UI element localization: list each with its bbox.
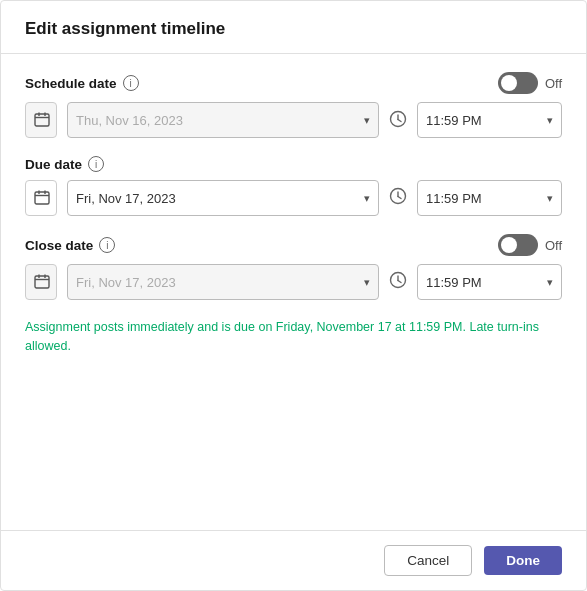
close-info-icon[interactable]: i [99,237,115,253]
schedule-date-label-row: Schedule date i Off [25,72,562,94]
edit-assignment-dialog: Edit assignment timeline Schedule date i… [0,0,587,591]
close-date-label: Close date [25,238,93,253]
due-calendar-icon-wrapper [25,180,57,216]
close-date-chevron-icon: ▾ [364,276,370,289]
dialog-header: Edit assignment timeline [1,1,586,54]
assignment-summary: Assignment posts immediately and is due … [25,318,562,356]
schedule-time-picker[interactable]: 11:59 PM ▾ [417,102,562,138]
svg-line-20 [398,280,401,282]
close-time-value: 11:59 PM [426,275,539,290]
svg-rect-0 [35,114,49,126]
schedule-calendar-icon-wrapper [25,102,57,138]
due-date-label-row: Due date i [25,156,562,172]
close-calendar-icon [34,273,50,292]
due-date-chevron-icon: ▾ [364,192,370,205]
schedule-time-chevron-icon: ▾ [547,114,553,127]
close-toggle-label: Off [545,238,562,253]
schedule-info-icon[interactable]: i [123,75,139,91]
schedule-date-label: Schedule date [25,76,117,91]
due-time-value: 11:59 PM [426,191,539,206]
close-clock-icon [389,271,407,294]
close-time-picker[interactable]: 11:59 PM ▾ [417,264,562,300]
schedule-date-field-row: Thu, Nov 16, 2023 ▾ 11:59 PM ▾ [25,102,562,138]
schedule-toggle-label: Off [545,76,562,91]
svg-rect-7 [35,192,49,204]
due-calendar-icon [34,189,50,208]
schedule-date-chevron-icon: ▾ [364,114,370,127]
schedule-toggle[interactable] [498,72,538,94]
svg-line-6 [398,119,401,121]
schedule-toggle-knob [501,75,517,91]
due-time-chevron-icon: ▾ [547,192,553,205]
schedule-toggle-group: Off [498,72,562,94]
due-date-label: Due date [25,157,82,172]
svg-line-13 [398,196,401,198]
due-info-icon[interactable]: i [88,156,104,172]
svg-rect-14 [35,276,49,288]
schedule-date-picker[interactable]: Thu, Nov 16, 2023 ▾ [67,102,379,138]
schedule-time-value: 11:59 PM [426,113,539,128]
due-date-picker[interactable]: Fri, Nov 17, 2023 ▾ [67,180,379,216]
close-toggle[interactable] [498,234,538,256]
close-toggle-group: Off [498,234,562,256]
due-time-picker[interactable]: 11:59 PM ▾ [417,180,562,216]
schedule-calendar-icon [34,111,50,130]
cancel-button[interactable]: Cancel [384,545,472,576]
close-date-label-row: Close date i Off [25,234,562,256]
due-clock-icon [389,187,407,210]
dialog-footer: Cancel Done [1,530,586,590]
close-time-chevron-icon: ▾ [547,276,553,289]
dialog-title: Edit assignment timeline [25,19,225,38]
close-calendar-icon-wrapper [25,264,57,300]
done-button[interactable]: Done [484,546,562,575]
close-toggle-knob [501,237,517,253]
due-date-field-row: Fri, Nov 17, 2023 ▾ 11:59 PM ▾ [25,180,562,216]
due-date-value: Fri, Nov 17, 2023 [76,191,356,206]
schedule-date-value: Thu, Nov 16, 2023 [76,113,356,128]
close-date-field-row: Fri, Nov 17, 2023 ▾ 11:59 PM ▾ [25,264,562,300]
dialog-body: Schedule date i Off Thu, Nov 16, 2023 ▾ [1,54,586,451]
close-date-picker[interactable]: Fri, Nov 17, 2023 ▾ [67,264,379,300]
schedule-clock-icon [389,110,407,131]
close-date-value: Fri, Nov 17, 2023 [76,275,356,290]
